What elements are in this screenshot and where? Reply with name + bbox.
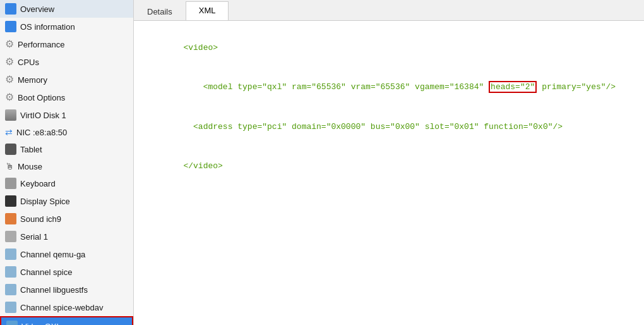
boot-icon: ⚙ (5, 92, 14, 103)
sidebar-item-label: CPUs (18, 58, 39, 67)
sidebar-item-keyboard[interactable]: Keyboard (0, 175, 133, 192)
sidebar-item-channel-spice-webdav[interactable]: Channel spice-webdav (0, 298, 133, 316)
disk-icon (5, 109, 16, 121)
keyboard-icon (5, 178, 16, 189)
xml-text: <video> (183, 43, 218, 52)
tab-details[interactable]: Details (134, 3, 186, 20)
sidebar-item-label: Sound ich9 (20, 214, 61, 224)
sidebar-item-virtio-disk1[interactable]: VirtIO Disk 1 (0, 106, 133, 124)
overview-icon (5, 3, 16, 15)
sidebar-item-tablet[interactable]: Tablet (0, 140, 133, 158)
sound-icon (5, 213, 16, 224)
xml-editor[interactable]: <video> <model type="qxl" ram="65536" vr… (134, 21, 644, 325)
channel-icon (5, 248, 16, 260)
sidebar-item-serial1[interactable]: Serial 1 (0, 228, 133, 245)
sidebar-item-performance[interactable]: ⚙ Performance (0, 35, 133, 53)
xml-close: </video> (183, 161, 222, 171)
sidebar-item-label: Channel spice (20, 267, 72, 277)
mouse-icon: 🖱 (5, 161, 14, 171)
sidebar-item-boot-options[interactable]: ⚙ Boot Options (0, 89, 133, 106)
sidebar-item-label: Display Spice (20, 197, 70, 206)
tab-xml[interactable]: XML (186, 1, 229, 20)
channel-icon (5, 266, 16, 278)
sidebar-item-label: Serial 1 (20, 232, 48, 242)
nic-icon: ⇄ (5, 127, 13, 137)
sidebar-item-label: Channel spice-webdav (20, 303, 104, 312)
sidebar-item-label: Boot Options (18, 93, 65, 102)
sidebar: Overview OS information ⚙ Performance ⚙ … (0, 0, 134, 325)
tablet-icon (5, 144, 16, 155)
sidebar-item-display-spice[interactable]: Display Spice (0, 192, 133, 210)
xml-line-4: </video> (144, 147, 634, 186)
sidebar-item-label: Mouse (18, 162, 42, 171)
sidebar-item-label: VirtIO Disk 1 (20, 111, 66, 120)
sidebar-item-label: Memory (18, 75, 47, 85)
xml-text (183, 82, 193, 92)
sidebar-item-video-qxl[interactable]: Video QXL (0, 316, 133, 325)
xml-line-3: <address type="pci" domain="0x0000" bus=… (144, 107, 634, 147)
sidebar-item-channel-qemu-ga[interactable]: Channel qemu-ga (0, 245, 133, 263)
sidebar-item-channel-libguestfs[interactable]: Channel libguestfs (0, 281, 133, 298)
video-icon (6, 321, 18, 325)
sidebar-item-channel-spice[interactable]: Channel spice (0, 263, 133, 281)
xml-line-2: <model type="qxl" ram="65536" vram="6553… (144, 68, 634, 107)
xml-model-post: primary="yes"/> (537, 82, 616, 92)
serial-icon (5, 231, 16, 242)
xml-address: <address type="pci" domain="0x0000" bus=… (183, 122, 563, 132)
sidebar-item-mouse[interactable]: 🖱 Mouse (0, 158, 133, 175)
xml-line-1: <video> (144, 28, 634, 68)
sidebar-item-label: Keyboard (20, 179, 56, 188)
channel-icon (5, 302, 16, 313)
tab-bar: Details XML (134, 0, 644, 21)
sidebar-item-sound-ich9[interactable]: Sound ich9 (0, 210, 133, 228)
sidebar-item-nic[interactable]: ⇄ NIC :e8:a8:50 (0, 124, 133, 140)
sidebar-item-label: Video QXL (21, 322, 61, 326)
sidebar-item-overview[interactable]: Overview (0, 0, 133, 18)
sidebar-item-label: Channel qemu-ga (20, 250, 85, 259)
xml-heads-value: heads="2" (491, 82, 535, 92)
sidebar-item-os-information[interactable]: OS information (0, 18, 133, 35)
sidebar-item-label: Tablet (20, 145, 42, 154)
sidebar-item-label: Performance (18, 40, 64, 49)
sidebar-item-label: Channel libguestfs (20, 285, 88, 295)
sidebar-item-label: OS information (20, 22, 75, 32)
sidebar-item-label: NIC :e8:a8:50 (16, 128, 67, 137)
sidebar-item-cpus[interactable]: ⚙ CPUs (0, 53, 133, 71)
sidebar-item-label: Overview (20, 4, 54, 14)
main-content: Details XML <video> <model type="qxl" ra… (134, 0, 644, 325)
xml-heads-highlight: heads="2" (489, 81, 537, 93)
xml-model-pre: <model type="qxl" ram="65536" vram="6553… (193, 82, 489, 92)
cpu-icon: ⚙ (5, 56, 14, 68)
gear-icon: ⚙ (5, 39, 14, 50)
display-icon (5, 195, 16, 207)
sidebar-item-memory[interactable]: ⚙ Memory (0, 71, 133, 89)
memory-icon: ⚙ (5, 74, 14, 85)
os-icon (5, 21, 16, 32)
channel-icon (5, 284, 16, 295)
